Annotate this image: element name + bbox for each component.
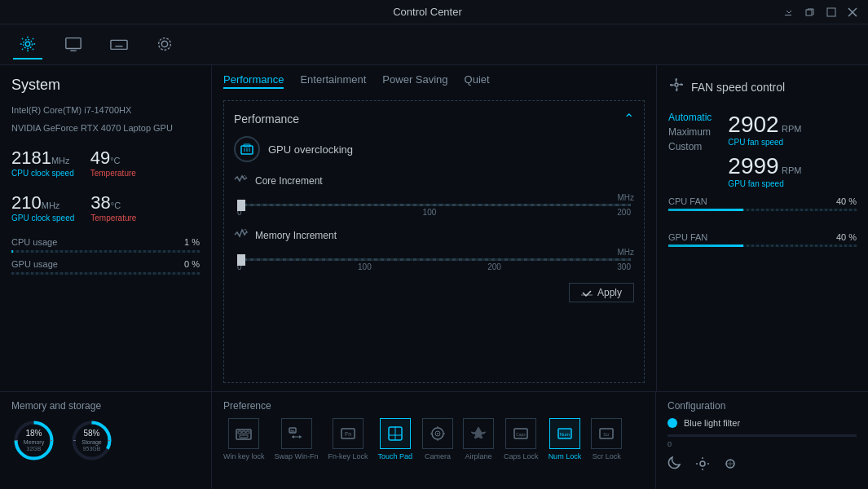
apply-button[interactable]: Apply: [569, 283, 634, 302]
tab-performance[interactable]: Performance: [223, 73, 284, 89]
gpu-usage-label: GPU usage: [11, 259, 58, 269]
svg-rect-39: [238, 431, 241, 434]
gpu-stats-row: 210MHz GPU clock speed 38°C Temperature: [11, 192, 200, 222]
svg-text:18%: 18%: [25, 429, 42, 438]
gpu-clock-block: 210MHz GPU clock speed: [11, 192, 74, 222]
toolbar-audio-icon[interactable]: [150, 30, 179, 59]
core-increment-header: Core Increment: [234, 174, 634, 188]
tab-entertainment[interactable]: Entertainment: [300, 73, 366, 89]
svg-rect-2: [827, 8, 835, 16]
app-title: Control Center: [73, 6, 782, 18]
cpu-temp-value: 49°C: [90, 148, 136, 169]
cpu-fan-speed-block: 2902 RPM CPU fan speed: [728, 112, 801, 147]
gpu-temp-block: 38°C Temperature: [90, 192, 136, 222]
svg-rect-1: [806, 10, 812, 15]
pref-swap-win-fn[interactable]: Fn Mi Swap Win-Fn: [275, 418, 319, 460]
minimize-button[interactable]: [782, 5, 796, 20]
gpu-temp-value: 38°C: [90, 192, 136, 214]
memory-unit: MHz: [234, 248, 634, 257]
num-lock-icon: Num: [549, 418, 580, 449]
preference-panel: Preference Win key lock: [212, 392, 656, 489]
svg-rect-9: [111, 40, 127, 49]
preference-title: Preference: [223, 400, 644, 412]
gpu-fan-usage: GPU FAN 40 %: [668, 232, 857, 253]
gpu-fan-speed-value: 2999: [728, 153, 778, 178]
fan-mode-automatic[interactable]: Automatic: [668, 112, 712, 123]
memory-increment-section: Memory Increment MHz 0 100 200 300: [234, 228, 634, 271]
cpu-temp-block: 49°C Temperature: [90, 148, 136, 178]
gpu-oc-label: GPU overclocking: [268, 143, 353, 156]
pref-airplane[interactable]: Airplane: [463, 418, 494, 460]
cpu-fan-bar: [668, 209, 857, 211]
core-slider-thumb[interactable]: [237, 200, 245, 211]
core-unit: MHz: [234, 193, 634, 202]
config-slider-marks: 0: [668, 440, 857, 448]
collapse-button[interactable]: ⌃: [623, 111, 634, 126]
cpu-clock-value: 2181MHz: [11, 148, 74, 169]
svg-point-65: [700, 461, 705, 466]
memory-slider-container: 0 100 200 300: [234, 258, 634, 271]
svg-text:Storage: Storage: [82, 439, 102, 446]
config-content: Blue light filter 0: [668, 418, 857, 475]
touchpad-icon: [380, 418, 411, 449]
pref-num-lock[interactable]: Num Num Lock: [549, 418, 582, 460]
restore-button[interactable]: [803, 5, 817, 20]
pref-icons-row: Win key lock Fn Mi Swap Win: [223, 418, 644, 460]
memory-content: 18% Memory 32GB 58% Storage 953GB: [11, 418, 200, 463]
bottom-row: Memory and storage 18% Memory 32GB: [0, 391, 868, 489]
pref-win-key-lock[interactable]: Win key lock: [223, 418, 265, 460]
cpu-clock-block: 2181MHz CPU clock speed: [11, 148, 74, 178]
gpu-fan-usage-row: GPU FAN 40 %: [668, 232, 857, 242]
toolbar-keyboard-icon[interactable]: [104, 30, 134, 59]
toolbar-display-icon[interactable]: [59, 30, 88, 59]
gpu-oc-icon: [234, 136, 260, 162]
brightness-icon[interactable]: [723, 456, 738, 475]
svg-rect-42: [240, 435, 248, 438]
svg-point-23: [675, 83, 678, 86]
tab-quiet[interactable]: Quiet: [465, 73, 490, 89]
scr-lock-label: Scr Lock: [593, 452, 621, 460]
pref-caps-lock[interactable]: Caps Caps Lock: [504, 418, 539, 460]
caps-label: Caps Lock: [504, 452, 539, 460]
pref-scr-lock[interactable]: Scr Scr Lock: [591, 418, 622, 460]
fan-mode-custom[interactable]: Custom: [668, 141, 712, 152]
maximize-button[interactable]: [824, 5, 839, 20]
config-bottom-icons: [668, 456, 857, 475]
config-panel: Configuration Blue light filter 0: [656, 392, 868, 489]
svg-text:Fn: Fn: [345, 431, 351, 437]
cpu-usage-pct: 1 %: [184, 237, 200, 247]
memory-slider-thumb[interactable]: [237, 254, 245, 266]
cpu-fan-speed-value: 2902: [728, 112, 778, 137]
cpu-clock-label: CPU clock speed: [11, 169, 74, 178]
svg-text:Mi: Mi: [290, 429, 293, 433]
fan-mode-maximum[interactable]: Maximum: [668, 126, 712, 138]
pref-camera[interactable]: Camera: [422, 418, 453, 460]
gpu-fan-label: GPU fan speed: [728, 179, 801, 188]
moon-icon[interactable]: [668, 456, 682, 475]
sun-icon[interactable]: [695, 456, 710, 475]
cpu-usage-label: CPU usage: [11, 237, 57, 247]
gpu-clock-label: GPU clock speed: [11, 214, 74, 222]
scr-lock-icon: Scr: [591, 418, 622, 449]
gpu-fan-label2: GPU FAN: [668, 232, 707, 242]
svg-rect-22: [581, 294, 593, 296]
svg-text:32GB: 32GB: [27, 446, 42, 452]
fan-icon: [668, 77, 685, 97]
num-lock-label: Num Lock: [549, 452, 582, 460]
toolbar: [0, 24, 868, 65]
tab-power-saving[interactable]: Power Saving: [382, 73, 447, 89]
fan-speeds: 2902 RPM CPU fan speed 2999 RPM GPU fan …: [728, 112, 801, 188]
pref-fn-key-lock[interactable]: Fn Fn-key Lock: [328, 418, 368, 460]
cpu-usage-row: CPU usage 1 %: [11, 237, 200, 247]
toolbar-system-icon[interactable]: [13, 30, 42, 59]
core-increment-label: Core Increment: [255, 175, 323, 187]
memory-slider-track: [237, 258, 631, 261]
svg-rect-7: [66, 37, 81, 48]
cpu-fan-pct: 40 %: [836, 196, 857, 206]
close-button[interactable]: [845, 5, 860, 20]
core-slider-labels: 0 100 200: [237, 208, 631, 217]
system-panel: System Intel(R) Core(TM) i7-14700HX NVID…: [0, 65, 212, 391]
gpu-oc-section: GPU overclocking: [234, 136, 634, 162]
main-layout: System Intel(R) Core(TM) i7-14700HX NVID…: [0, 65, 868, 489]
pref-touch-pad[interactable]: Touch Pad: [378, 418, 413, 460]
